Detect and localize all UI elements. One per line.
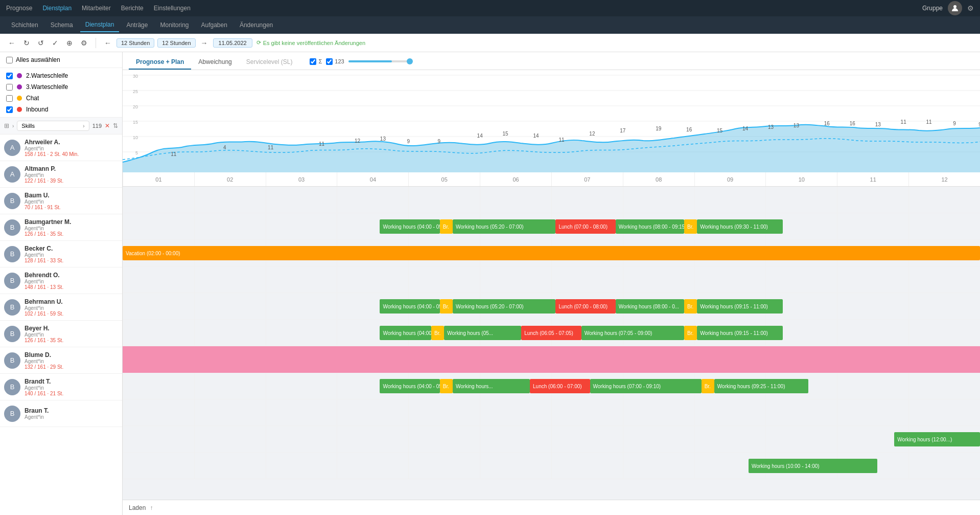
svg-text:9: 9 <box>953 121 956 126</box>
queue-item-warteschleife2[interactable]: 2.Warteschleife <box>0 70 122 81</box>
chart-slider[interactable] <box>348 60 410 62</box>
svg-text:15: 15 <box>503 131 509 137</box>
queue-checkbox-1[interactable] <box>6 73 13 79</box>
expand-icon[interactable]: › <box>12 123 14 129</box>
timeline-label-10: 10 <box>765 172 837 186</box>
nav-dienstplan[interactable]: Dienstplan <box>42 5 72 12</box>
prev-period-button[interactable]: ← <box>102 38 113 48</box>
schedule-block[interactable]: Working hours (08:00 - 09:15) <box>616 219 684 234</box>
queue-item-warteschleife3[interactable]: 3.Warteschleife <box>0 81 122 93</box>
schedule-block-break[interactable]: Br. <box>440 219 453 234</box>
schedule-block[interactable]: Working hours (08:00 - 0... <box>616 299 684 314</box>
schedule-block-lunch[interactable]: Lunch (07:00 - 08:00) <box>555 299 615 314</box>
schedule-block[interactable]: Working hours (04:00 - 05:... <box>380 299 439 314</box>
schedule-block[interactable]: Working hours (09:15 - 11:00) <box>697 299 783 314</box>
subnav-dienstplan[interactable]: Dienstplan <box>80 18 120 32</box>
tab-abweichung[interactable]: Abweichung <box>191 55 239 70</box>
back-button[interactable]: ← <box>6 38 17 48</box>
gear-button[interactable]: ⚙ <box>79 38 89 48</box>
schedule-block-break[interactable]: Br. <box>440 379 453 393</box>
schedule-block[interactable]: Working hours (09:15 - 11:00) <box>697 326 783 340</box>
num-checkbox[interactable] <box>326 58 333 65</box>
schedule-block-lunch[interactable]: Lunch (06:05 - 07:05) <box>521 326 581 340</box>
avatar: B <box>4 379 20 395</box>
time-range-badge-2[interactable]: 12 Stunden <box>157 38 195 48</box>
toggle-sigma[interactable]: Σ <box>310 58 322 65</box>
time-range-badge-1[interactable]: 12 Stunden <box>116 38 154 48</box>
check-button[interactable]: ✓ <box>50 38 60 48</box>
queue-list: 2.Warteschleife 3.Warteschleife Chat Inb… <box>0 68 122 118</box>
main-layout: Alles auswählen 2.Warteschleife 3.Wartes… <box>0 52 980 515</box>
schedule-block-break[interactable]: Br. <box>684 326 697 340</box>
schedule-block[interactable]: Working hours (07:05 - 09:00) <box>581 326 684 340</box>
schedule-block-break[interactable]: Br. <box>684 219 697 234</box>
date-badge[interactable]: 11.05.2022 <box>213 38 252 48</box>
avatar: B <box>4 406 20 422</box>
subnav-monitoring[interactable]: Monitoring <box>155 18 194 32</box>
sigma-checkbox[interactable] <box>310 58 316 65</box>
schedule-block-vacation[interactable]: Vacation (02:00 - 00:00) <box>123 246 980 260</box>
subnav-aufgaben[interactable]: Aufgaben <box>196 18 232 32</box>
svg-text:13: 13 <box>380 136 386 142</box>
add-button[interactable]: ⊕ <box>64 38 75 48</box>
subnav-antraege[interactable]: Anträge <box>121 18 153 32</box>
refresh-button[interactable]: ↻ <box>21 38 32 48</box>
svg-text:9: 9 <box>437 139 440 144</box>
schedule-block[interactable]: Working hours (09:30 - 11:00) <box>697 219 783 234</box>
nav-prognose[interactable]: Prognose <box>6 5 32 12</box>
subnav-schichten[interactable]: Schichten <box>6 18 43 32</box>
svg-text:15: 15 <box>133 120 138 125</box>
time-range-control: ← 12 Stunden 12 Stunden → 11.05.2022 <box>102 38 252 48</box>
schedule-block[interactable]: Working hours (05... <box>444 326 521 340</box>
schedule-block[interactable]: Working hours (07:00 - 09:10) <box>590 379 702 393</box>
tab-servicelevel[interactable]: Servicelevel (SL) <box>239 55 300 70</box>
schedule-block-break[interactable]: Br. <box>431 326 444 340</box>
toggle-123[interactable]: 123 <box>326 58 344 65</box>
schedule-block-break[interactable]: Br. <box>702 379 714 393</box>
sched-blocks-7: Working hours (04:00 - 05:... Br. Workin… <box>123 373 980 399</box>
queue-checkbox-2[interactable] <box>6 84 13 91</box>
user-avatar[interactable] <box>948 1 962 15</box>
schedule-block[interactable]: Working hours (12:00...) <box>894 432 980 446</box>
timeline-label-02: 02 <box>194 172 266 186</box>
schedule-row-9: Working hours (12:00...) <box>123 426 980 453</box>
scroll-up-icon[interactable]: ↑ <box>150 504 153 511</box>
schedule-block[interactable]: Working hours (05:20 - 07:00) <box>453 299 555 314</box>
queue-checkbox-3[interactable] <box>6 95 13 102</box>
nav-berichte[interactable]: Berichte <box>121 5 144 12</box>
nav-einstellungen[interactable]: Einstellungen <box>154 5 191 12</box>
svg-text:14: 14 <box>742 126 749 131</box>
laden-button[interactable]: Laden <box>129 504 146 511</box>
redo-button[interactable]: ↺ <box>36 38 46 48</box>
queue-item-inbound[interactable]: Inbound <box>0 104 122 115</box>
schedule-block[interactable]: Working hours (04:00 - 0... <box>380 326 431 340</box>
schedule-block-break[interactable]: Br. <box>684 299 697 314</box>
next-period-button[interactable]: → <box>199 38 210 48</box>
filter-icon[interactable]: ⊞ <box>4 122 9 129</box>
schedule-row-0 <box>123 187 980 213</box>
schedule-block[interactable]: Working hours (05:20 - 07:00) <box>453 219 555 234</box>
settings-icon[interactable]: ⚙ <box>967 4 974 12</box>
schedule-block[interactable]: Working hours (09:25 - 11:00) <box>714 379 809 393</box>
schedule-block-sick[interactable] <box>123 346 980 373</box>
agent-info: Beyer H. Agent*in 126 / 161 · 35 St. <box>25 325 118 343</box>
schedule-block-lunch[interactable]: Lunch (06:00 - 07:00) <box>530 379 590 393</box>
skills-search[interactable]: Skills › <box>17 121 89 131</box>
schedule-block[interactable]: Working hours (04:00 - 05:... <box>380 379 439 393</box>
tab-prognose-plan[interactable]: Prognose + Plan <box>129 55 191 70</box>
queue-checkbox-4[interactable] <box>6 106 13 113</box>
schedule-block[interactable]: Working hours (10:00 - 14:00) <box>749 459 877 473</box>
queue-item-chat[interactable]: Chat <box>0 93 122 104</box>
separator <box>96 38 96 48</box>
subnav-schema[interactable]: Schema <box>45 18 78 32</box>
nav-mitarbeiter[interactable]: Mitarbeiter <box>82 5 111 12</box>
schedule-block-lunch[interactable]: Lunch (07:00 - 08:00) <box>555 219 615 234</box>
svg-text:16: 16 <box>824 121 830 126</box>
sort-icon[interactable]: ⇅ <box>113 122 118 129</box>
select-all-checkbox[interactable] <box>6 57 13 63</box>
subnav-aenderungen[interactable]: Änderungen <box>235 18 278 32</box>
top-navigation: Prognose Dienstplan Mitarbeiter Berichte… <box>0 0 980 16</box>
schedule-block[interactable]: Working hours... <box>453 379 530 393</box>
schedule-block[interactable]: Working hours (04:00 - 05:... <box>380 219 439 234</box>
schedule-block-break[interactable]: Br. <box>440 299 453 314</box>
